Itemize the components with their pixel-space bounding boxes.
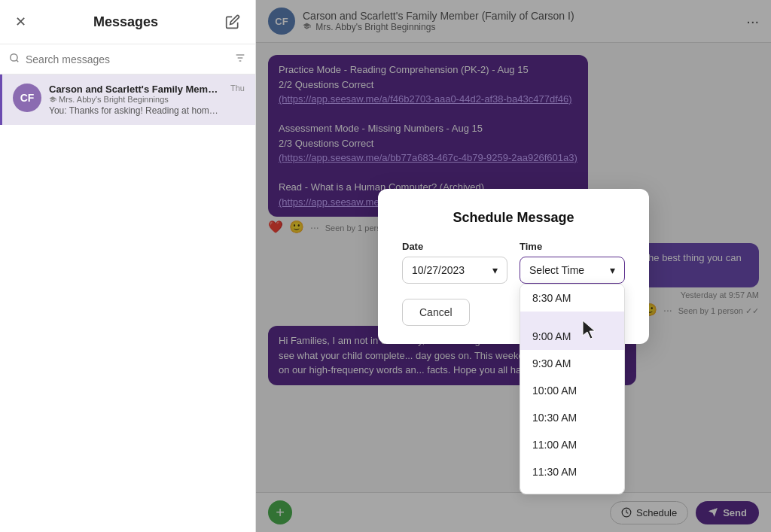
conversation-item[interactable]: CF Carson and Scarlett's Family Member (… — [0, 74, 255, 125]
conversation-list: CF Carson and Scarlett's Family Member (… — [0, 74, 255, 532]
modal-title: Schedule Message — [402, 210, 625, 226]
close-icon[interactable]: ✕ — [12, 11, 29, 33]
conv-preview: You: Thanks for asking! Reading at home … — [49, 105, 223, 116]
avatar: CF — [13, 84, 41, 112]
time-option-1000am[interactable]: 10:00 AM — [520, 377, 624, 404]
chevron-down-icon: ▾ — [492, 264, 498, 276]
time-option-1200pm[interactable]: 12:00 PM — [520, 485, 624, 494]
time-option-1030am[interactable]: 10:30 AM — [520, 404, 624, 431]
time-dropdown: 8:30 AM 9:00 AM 9:30 AM 10:00 AM — [520, 284, 625, 494]
time-field: Time Select Time ▾ 8:30 AM 9:00 AM — [520, 241, 625, 284]
time-option-900am[interactable]: 9:00 AM — [520, 312, 624, 350]
conv-time: Thu — [230, 84, 245, 93]
conv-name: Carson and Scarlett's Family Member (Fa — [49, 84, 223, 95]
sidebar: ✕ Messages CF Carson and Scarlett's Fami… — [0, 0, 256, 532]
date-field: Date 10/27/2023 ▾ — [402, 241, 507, 284]
compose-icon[interactable] — [222, 11, 243, 32]
time-option-830am[interactable]: 8:30 AM — [520, 284, 624, 312]
time-label: Time — [520, 241, 625, 252]
modal-fields: Date 10/27/2023 ▾ Time Select Time ▾ 8:3… — [402, 241, 625, 284]
conv-content: Carson and Scarlett's Family Member (Fa … — [49, 84, 223, 116]
time-placeholder: Select Time — [529, 264, 584, 276]
date-label: Date — [402, 241, 507, 252]
date-select[interactable]: 10/27/2023 ▾ — [402, 257, 507, 284]
svg-line-1 — [17, 60, 19, 62]
filter-icon[interactable] — [234, 52, 246, 66]
time-select-button[interactable]: Select Time ▾ — [520, 257, 625, 284]
time-option-1130am[interactable]: 11:30 AM — [520, 458, 624, 485]
search-bar — [0, 44, 255, 74]
schedule-modal: Schedule Message Date 10/27/2023 ▾ Time … — [378, 189, 649, 344]
modal-overlay: Schedule Message Date 10/27/2023 ▾ Time … — [256, 0, 771, 532]
chevron-down-icon-time: ▾ — [610, 264, 615, 276]
time-option-930am[interactable]: 9:30 AM — [520, 350, 624, 377]
date-value: 10/27/2023 — [412, 264, 465, 276]
cancel-button[interactable]: Cancel — [402, 299, 470, 326]
sidebar-title: Messages — [93, 14, 158, 30]
time-option-1100am[interactable]: 11:00 AM — [520, 431, 624, 458]
conv-school: Mrs. Abby's Bright Beginnings — [49, 95, 223, 104]
svg-marker-7 — [583, 321, 595, 339]
main-area: CF Carson and Scarlett's Family Member (… — [256, 0, 771, 532]
search-input[interactable] — [26, 53, 228, 65]
search-icon — [9, 53, 20, 65]
svg-point-0 — [11, 54, 17, 61]
sidebar-header: ✕ Messages — [0, 0, 255, 44]
